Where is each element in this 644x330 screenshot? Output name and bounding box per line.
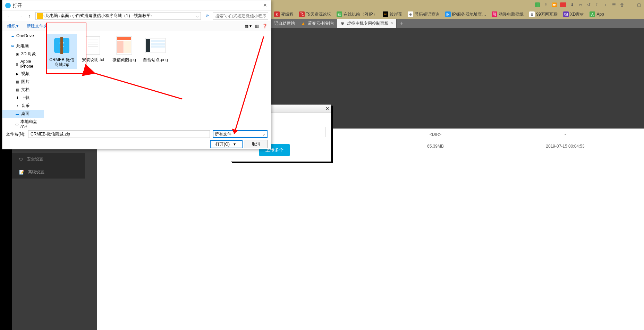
bookmark-item[interactable]: 在在线扒站（PHP） bbox=[337, 11, 377, 17]
file-label: 安装说明.txt bbox=[82, 57, 104, 62]
undo-icon[interactable]: ↺ bbox=[586, 2, 591, 7]
cut-icon[interactable]: ✂ bbox=[578, 2, 583, 7]
file-item-png[interactable]: 自营站点.png bbox=[141, 34, 170, 69]
breadcrumb-part[interactable]: 桌面 bbox=[61, 13, 69, 19]
breadcrumb[interactable]: › 此电脑 › 桌面 › 小白式搭建微信小程序商城（1）-视频教学 › ⌄ bbox=[35, 12, 201, 20]
jpg-thumb bbox=[114, 35, 135, 56]
open-button[interactable]: 打开(O)▾ bbox=[210, 140, 243, 148]
record-icon[interactable] bbox=[560, 2, 566, 7]
tree-item-iphone[interactable]: ▯Apple iPhone bbox=[2, 58, 44, 70]
close-icon[interactable]: × bbox=[326, 106, 329, 112]
svg-rect-17 bbox=[151, 46, 165, 48]
plus-icon[interactable]: ＋ bbox=[603, 2, 608, 7]
search-input[interactable] bbox=[213, 12, 268, 20]
doc-icon: ▤ bbox=[15, 88, 20, 92]
share-icon[interactable]: ⇪ bbox=[543, 2, 548, 7]
moon-icon[interactable]: ☾ bbox=[595, 2, 600, 7]
browser-system-bar: || ⇪ ⏩ ⬇ ✂ ↺ ☾ ＋ ☰ 🗑 — ▢ bbox=[271, 0, 644, 10]
svg-rect-4 bbox=[86, 36, 100, 55]
globe-icon: ⊕ bbox=[340, 21, 345, 26]
forward-icon[interactable]: ⏩ bbox=[552, 2, 557, 7]
tree-item-downloads[interactable]: ⬇下载 bbox=[2, 94, 44, 102]
folder-tree: ☁OneDrive 🖥此电脑 ▣3D 对象 ▯Apple iPhone ▶视频 … bbox=[2, 31, 44, 128]
bookmark-item[interactable]: IPIP/服务器地址查… bbox=[445, 11, 486, 17]
pause-icon[interactable]: || bbox=[535, 2, 540, 7]
browser-tab[interactable]: 记自助建站 bbox=[271, 19, 298, 28]
tree-item-pc[interactable]: 🖥此电脑 bbox=[2, 42, 44, 50]
txt-icon bbox=[83, 35, 103, 56]
help-icon[interactable]: ❓ bbox=[262, 24, 268, 28]
file-item-txt[interactable]: 安装说明.txt bbox=[78, 34, 108, 69]
close-icon[interactable]: × bbox=[391, 20, 393, 26]
refresh-icon[interactable]: ⟳ bbox=[204, 14, 211, 18]
svg-rect-3 bbox=[60, 37, 63, 54]
organize-button[interactable]: 组织 ▾ bbox=[6, 23, 20, 29]
file-date: - bbox=[500, 132, 630, 137]
tree-item-3d[interactable]: ▣3D 对象 bbox=[2, 50, 44, 58]
tab-label: 蓝奏云-控制台 bbox=[308, 20, 334, 26]
tree-item-docs[interactable]: ▤文档 bbox=[2, 86, 44, 94]
file-label: 自营站点.png bbox=[143, 57, 168, 62]
bookmark-item[interactable]: AApp bbox=[590, 11, 604, 17]
svg-rect-11 bbox=[117, 41, 124, 53]
dialog-titlebar: 打开 × bbox=[2, 0, 271, 11]
bookmark-bar: K变编程 飞飞天资源论坛 在在线扒站（PHP） 4K彼岸花 ⊕号码标记查询 IP… bbox=[271, 10, 644, 19]
tree-item-pictures[interactable]: ▦图片 bbox=[2, 78, 44, 86]
sidebar-item-advanced[interactable]: 📝高级设置 bbox=[12, 166, 85, 179]
tree-label: 音乐 bbox=[21, 103, 29, 109]
tree-item-disk-c[interactable]: ▭本地磁盘 (C:) bbox=[2, 118, 44, 128]
bookmark-item[interactable]: XdXD素材 bbox=[563, 11, 584, 17]
bookmark-label: IP/服务器地址查… bbox=[452, 11, 486, 17]
view-icon[interactable]: ▦ ▾ bbox=[245, 24, 252, 28]
bookmark-label: App bbox=[596, 12, 604, 17]
new-tab-button[interactable]: + bbox=[397, 20, 407, 26]
back-icon[interactable]: ← bbox=[5, 13, 14, 19]
filename-input[interactable] bbox=[28, 130, 210, 138]
png-thumb bbox=[145, 35, 166, 56]
file-item-zip[interactable]: 360ZIP CRMEB-微信商城.zip bbox=[47, 34, 77, 69]
menu-icon[interactable]: ☰ bbox=[611, 2, 616, 7]
minimize-icon[interactable]: — bbox=[628, 2, 633, 7]
tree-item-video[interactable]: ▶视频 bbox=[2, 70, 44, 78]
file-open-dialog: 打开 × ← → ↑ › 此电脑 › 桌面 › 小白式搭建微信小程序商城（1）-… bbox=[2, 0, 271, 149]
trash-icon[interactable]: 🗑 bbox=[620, 2, 625, 7]
sidebar-item-security[interactable]: 🛡安全设置 bbox=[12, 153, 85, 166]
svg-rect-12 bbox=[124, 41, 131, 53]
close-icon[interactable]: × bbox=[262, 2, 268, 9]
preview-icon[interactable]: ▥ bbox=[255, 24, 259, 28]
cancel-button[interactable]: 取消 bbox=[245, 140, 268, 148]
file-size: 65.39MB bbox=[371, 144, 500, 149]
download-icon[interactable]: ⬇ bbox=[570, 2, 575, 7]
pc-icon: 🖥 bbox=[10, 44, 15, 49]
svg-rect-14 bbox=[146, 39, 150, 52]
breadcrumb-part[interactable]: 此电脑 bbox=[45, 13, 58, 19]
chevron-down-icon[interactable]: ▾ bbox=[232, 142, 237, 147]
bookmark-item[interactable]: K变编程 bbox=[274, 11, 294, 17]
tree-item-music[interactable]: ♪音乐 bbox=[2, 102, 44, 110]
new-folder-button[interactable]: 新建文件夹 bbox=[25, 23, 49, 29]
forward-icon[interactable]: → bbox=[16, 13, 25, 19]
tree-item-onedrive[interactable]: ☁OneDrive bbox=[2, 32, 44, 39]
svg-rect-10 bbox=[117, 37, 131, 40]
file-type-filter[interactable]: 所有文件⌄ bbox=[213, 130, 268, 138]
bookmark-item[interactable]: ⊕99万网互联 bbox=[529, 11, 557, 17]
bookmark-item[interactable]: 4K彼岸花 bbox=[383, 11, 402, 17]
bookmark-label: 号码标记查询 bbox=[415, 11, 440, 17]
tree-item-desktop[interactable]: ▬桌面 bbox=[2, 110, 44, 118]
browser-tab[interactable]: ▲蓝奏云-控制台 bbox=[298, 19, 337, 28]
breadcrumb-part[interactable]: 小白式搭建微信小程序商城（1）-视频教学 bbox=[72, 13, 151, 19]
maximize-icon[interactable]: ▢ bbox=[636, 2, 641, 7]
up-icon[interactable]: ↑ bbox=[26, 13, 33, 19]
image-icon: ▦ bbox=[15, 80, 20, 84]
sidebar-label: 高级设置 bbox=[28, 169, 44, 175]
browser-tab[interactable]: ⊕虚拟主机专用控制面板× bbox=[337, 19, 397, 28]
bookmark-label: 彼岸花 bbox=[390, 11, 402, 17]
bookmark-item[interactable]: 萌动漫电脑壁纸 bbox=[492, 11, 524, 17]
chevron-down-icon[interactable]: ⌄ bbox=[196, 14, 199, 18]
dialog-toolbar: 组织 ▾ 新建文件夹 ▦ ▾ ▥ ❓ bbox=[2, 21, 271, 31]
bookmark-label: XD素材 bbox=[570, 11, 584, 17]
bookmark-item[interactable]: 飞飞天资源论坛 bbox=[299, 11, 331, 17]
left-sidebar: 🛡安全设置 📝高级设置 bbox=[12, 153, 85, 179]
file-item-jpg[interactable]: 微信截图.jpg bbox=[109, 34, 139, 69]
bookmark-item[interactable]: ⊕号码标记查询 bbox=[408, 11, 440, 17]
